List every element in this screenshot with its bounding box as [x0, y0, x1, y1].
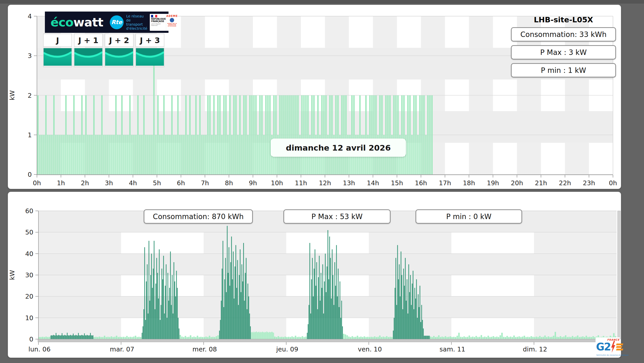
- forecast-tile-status-icon: [43, 48, 72, 67]
- dashboard-root: 01234kW0h1h2h3h4h5h6h7h8h9h10h11h12h13h1…: [0, 0, 644, 363]
- forecast-tile-j3[interactable]: J + 3: [135, 34, 164, 67]
- day-annotation-date: dimanche 12 avril 2026: [271, 139, 406, 157]
- day-consumption-stat: Consommation: 33 kWh: [511, 27, 616, 42]
- g2e-tagline: Optimisation des ressources énergétiques: [596, 354, 629, 356]
- week-consumption-stat: Consommation: 870 kWh: [144, 209, 253, 224]
- forecast-tile-label: J: [43, 34, 72, 47]
- forecast-tile-label: J + 3: [135, 34, 164, 47]
- forecast-tile-j2[interactable]: J + 2: [105, 34, 134, 67]
- ecowatt-logo-watt: watt: [73, 15, 103, 29]
- forecast-tile-j1[interactable]: J + 1: [74, 34, 103, 67]
- ecowatt-logo: écowatt: [51, 15, 103, 29]
- forecast-tile-status-icon: [105, 48, 134, 67]
- ademe-sub: AGENCE DE LA TRANSITION ÉCOLOGIQUE: [166, 23, 178, 27]
- ademe-label: ADEME: [166, 15, 178, 17]
- day-pmax-stat: P Max : 3 kW: [511, 45, 616, 60]
- g2e-logo: FRANCE G2 Optimisation des ressources én…: [596, 337, 620, 357]
- french-flag-icon: [151, 15, 157, 17]
- forecast-tile-label: J + 2: [105, 34, 134, 47]
- ecowatt-logo-eco: éco: [51, 15, 73, 29]
- rte-tagline: Le réseau de transport d'électricité: [126, 14, 147, 31]
- week-pmax-stat: P Max : 53 kW: [283, 209, 391, 224]
- site-title: LHB-site-L05X: [511, 15, 616, 24]
- day-pmin-stat: P min : 1 kW: [511, 63, 616, 77]
- republique-line2: FRANÇAISE: [151, 20, 164, 23]
- lightning-bolt-icon: [611, 341, 616, 353]
- forecast-tile-label: J + 1: [74, 34, 103, 47]
- republique-line1: RÉPUBLIQUE: [151, 18, 166, 20]
- forecast-tile-j[interactable]: J: [43, 34, 72, 67]
- g2e-g2-label: G2: [596, 342, 611, 352]
- ademe-logo: ADEME AGENCE DE LA TRANSITION ÉCOLOGIQUE: [166, 14, 178, 31]
- forecast-tile-status-icon: [135, 48, 164, 67]
- forecast-tile-status-icon: [74, 48, 103, 67]
- g2e-e-icon: [616, 344, 623, 350]
- republique-motto: Liberté Égalité Fraternité: [151, 23, 165, 26]
- ecowatt-brand-bar: écowatt Rte Le réseau de transport d'éle…: [45, 12, 169, 33]
- government-logos: RÉPUBLIQUEFRANÇAISE Liberté Égalité Frat…: [150, 14, 177, 31]
- rte-logo-icon: Rte: [110, 15, 124, 29]
- ademe-globe-icon: [170, 18, 174, 22]
- week-pmin-stat: P min : 0 kW: [415, 209, 522, 224]
- republique-francaise-logo: RÉPUBLIQUEFRANÇAISE Liberté Égalité Frat…: [150, 14, 166, 31]
